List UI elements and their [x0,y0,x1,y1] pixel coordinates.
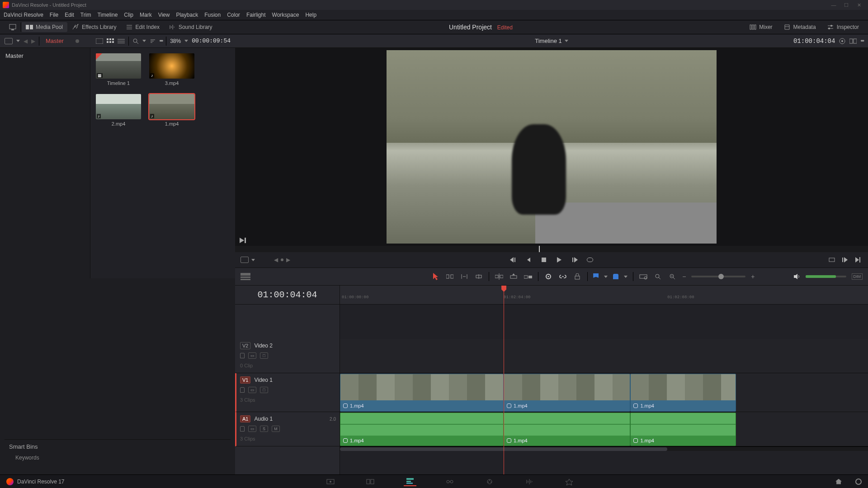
clip-timeline-1[interactable]: ▦ Timeline 1 [96,53,141,86]
track-enable-button[interactable]: □ [260,387,268,393]
page-media[interactable] [324,477,337,486]
window-maximize-button[interactable]: ☐ [840,2,853,8]
lock-icon[interactable] [240,426,245,432]
fullscreen-viewer-button[interactable] [5,22,21,32]
search-icon[interactable] [132,38,139,44]
auto-select-button[interactable]: ▭ [248,352,256,359]
replace-clip-button[interactable] [524,272,533,281]
insert-clip-button[interactable] [495,272,504,281]
list-view-icon[interactable] [118,38,125,44]
inspector-toggle[interactable]: Inspector [822,22,863,32]
page-fusion[interactable] [443,477,456,486]
audio-clip[interactable]: 1.mp4 [504,413,630,446]
timeline-timecode[interactable]: 01:00:04:04 [235,286,340,305]
flag-dropdown-icon[interactable] [604,276,608,278]
stop-button[interactable] [539,255,548,264]
zoom-dropdown-icon[interactable] [184,40,188,42]
track-id-v1[interactable]: V1 [240,376,250,384]
clip-3-mp4[interactable]: ♪ 3.mp4 [149,53,194,86]
mixer-toggle[interactable]: Mixer [745,22,777,32]
nav-back-button[interactable]: ◀ [24,38,28,44]
lock-button[interactable] [573,272,582,281]
track-header-a1[interactable]: A1 Audio 1 2.0 ▭ S M 3 Clips [235,412,340,446]
track-id-v2[interactable]: V2 [240,342,250,349]
go-first-button[interactable] [509,255,518,264]
zoom-slider[interactable] [691,276,745,277]
menu-mark[interactable]: Mark [140,12,152,18]
more-options-button[interactable]: ••• [160,38,163,44]
home-button[interactable] [835,479,842,484]
track-lane-v2[interactable] [340,339,868,373]
step-back-button[interactable] [524,255,533,264]
video-clip[interactable]: 1.mp4 [630,374,736,412]
trim-tool[interactable] [445,272,454,281]
dual-viewer-icon[interactable] [849,38,857,44]
play-button[interactable] [555,255,564,264]
timeline-scrollbar[interactable] [340,446,868,451]
auto-select-button[interactable]: ▭ [248,387,256,393]
menu-help[interactable]: Help [305,12,316,18]
audio-clip[interactable]: 1.mp4 [340,413,504,446]
lock-icon[interactable] [240,353,245,358]
source-zoom-value[interactable]: 38% [170,38,181,44]
settings-button[interactable] [855,479,862,485]
bin-view-dropdown-icon[interactable] [16,40,20,42]
menu-clip[interactable]: Clip [124,12,133,18]
timeline-tracks[interactable]: 01:00:00:00 01:02:04:00 01:02:08:00 1.mp… [340,286,868,474]
track-id-a1[interactable]: A1 [240,415,250,422]
track-lane-a1[interactable]: 1.mp4 1.mp4 1.mp4 [340,412,868,446]
go-last-button[interactable] [570,255,579,264]
effects-library-toggle[interactable]: Effects Library [67,22,121,32]
bin-master[interactable]: Master [5,51,85,61]
selection-tool[interactable] [431,272,440,281]
zoom-detail-button[interactable] [653,272,662,281]
link-button[interactable] [558,272,567,281]
marker-button[interactable] [613,274,618,279]
timeline-dropdown-icon[interactable] [565,40,568,42]
zoom-fit-button[interactable] [639,272,648,281]
window-minimize-button[interactable]: — [827,2,840,8]
menu-timeline[interactable]: Timeline [97,12,118,18]
lock-icon[interactable] [240,387,245,393]
smart-bin-keywords[interactable]: Keywords [9,453,226,463]
overwrite-clip-button[interactable] [509,272,518,281]
timeline-playhead[interactable] [504,286,504,474]
nav-fwd-button[interactable]: ▶ [31,38,35,44]
play-around-icon[interactable] [240,238,247,243]
audio-clip[interactable]: 1.mp4 [630,413,736,446]
window-close-button[interactable]: ✕ [853,2,865,8]
search-dropdown-icon[interactable] [142,40,146,42]
go-end-button[interactable] [854,255,863,264]
menu-file[interactable]: File [50,12,58,18]
menu-fairlight[interactable]: Fairlight [246,12,266,18]
track-enable-button[interactable]: □ [260,352,268,359]
blade-tool[interactable] [474,272,483,281]
menu-workspace[interactable]: Workspace [272,12,299,18]
sort-icon[interactable] [150,38,156,44]
bypass-grades-icon[interactable] [839,38,846,45]
menu-edit[interactable]: Edit [65,12,74,18]
flag-button[interactable] [593,273,599,280]
metadata-toggle[interactable]: Metadata [779,22,821,32]
track-lane-v1[interactable]: 1.mp4 1.mp4 1.mp4 [340,373,868,412]
page-edit[interactable] [404,477,416,486]
bin-breadcrumb[interactable]: Master [46,38,64,44]
viewer-scrubber[interactable] [235,246,868,252]
source-timecode[interactable]: 00:00:09:54 [192,38,231,44]
sound-library-toggle[interactable]: Sound Library [164,22,217,32]
zoom-out-button[interactable]: − [682,273,686,280]
volume-slider[interactable] [806,276,846,277]
snapping-button[interactable] [544,272,553,281]
overlay-dropdown-icon[interactable] [251,259,255,261]
prev-marker-button[interactable]: ◀ [274,257,278,263]
viewer-more-options-button[interactable]: ••• [860,38,863,44]
video-clip[interactable]: 1.mp4 [504,374,630,412]
match-frame-icon[interactable] [828,257,835,263]
zoom-in-button[interactable]: + [751,273,755,280]
page-color[interactable] [483,477,496,486]
dynamic-trim-tool[interactable] [460,272,469,281]
speaker-icon[interactable] [793,273,800,280]
record-timecode[interactable]: 01:00:04:04 [793,38,835,45]
menu-view[interactable]: View [158,12,170,18]
page-deliver[interactable] [563,477,576,486]
